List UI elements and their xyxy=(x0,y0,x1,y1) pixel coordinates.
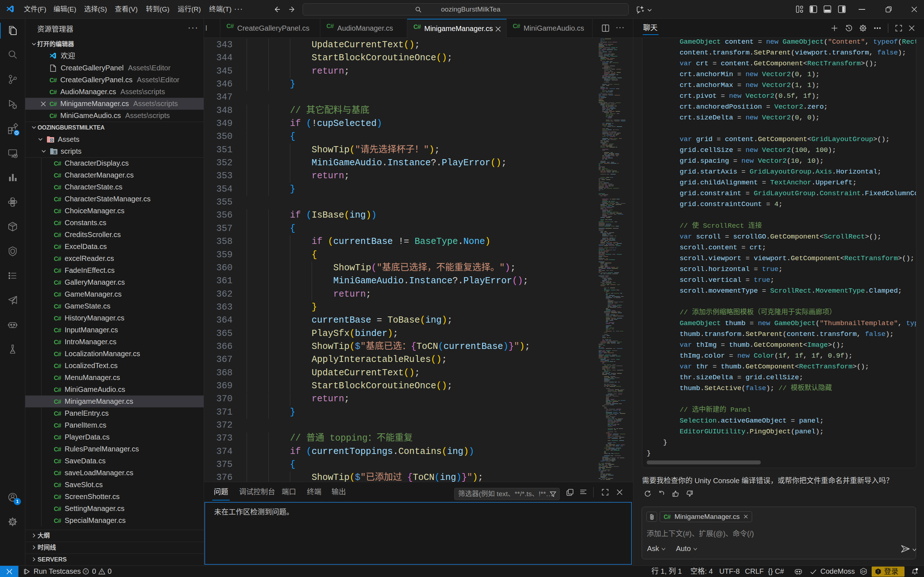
svg-text:C#: C# xyxy=(861,570,866,574)
